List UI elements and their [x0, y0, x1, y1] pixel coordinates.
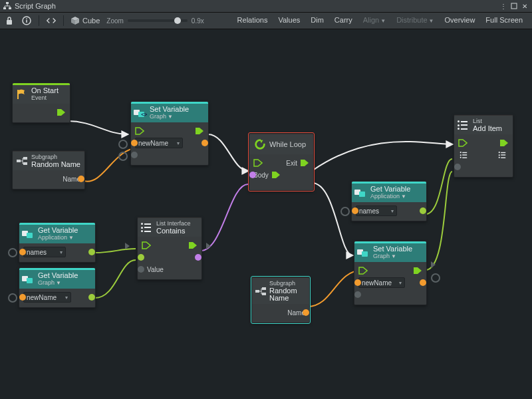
- input-port[interactable]: [352, 207, 358, 214]
- menu-relations[interactable]: Relations: [232, 12, 273, 29]
- flow-out-icon[interactable]: [195, 127, 204, 135]
- flow-in-icon[interactable]: [142, 241, 151, 249]
- list-port-icon[interactable]: [497, 150, 509, 160]
- svg-rect-6: [26, 20, 27, 23]
- window-menu-icon[interactable]: ⋮: [499, 2, 508, 10]
- zoom-label: Zoom: [106, 17, 124, 25]
- menu-overview[interactable]: Overview: [440, 12, 481, 29]
- output-port[interactable]: [88, 294, 95, 301]
- node-header: While Loop: [249, 134, 313, 154]
- menu-carry[interactable]: Carry: [329, 12, 358, 29]
- node-list-add-item[interactable]: ListAdd Item: [454, 114, 513, 178]
- input-port[interactable]: [131, 152, 138, 158]
- embed-icon[interactable]: [46, 15, 57, 26]
- target-selector[interactable]: Cube: [70, 16, 100, 25]
- flow-out-icon[interactable]: [499, 139, 509, 147]
- svg-rect-19: [262, 287, 266, 290]
- graph-canvas[interactable]: On StartEvent SubgraphRandom Name Name <…: [0, 29, 532, 399]
- svg-rect-18: [255, 290, 259, 293]
- menu-distribute[interactable]: Distribute▼: [391, 12, 439, 29]
- condition-port[interactable]: [249, 172, 256, 178]
- external-port[interactable]: [431, 273, 440, 283]
- variable-icon: <>: [134, 107, 147, 119]
- output-port[interactable]: [88, 249, 95, 255]
- scope-label: Application: [370, 193, 400, 200]
- info-icon[interactable]: [21, 15, 32, 26]
- flow-in-icon[interactable]: [358, 267, 368, 275]
- output-port[interactable]: [78, 176, 84, 182]
- node-set-variable-1[interactable]: <> Set Variable Graph▼ newName▾: [130, 101, 209, 166]
- reroute-port[interactable]: [118, 140, 128, 149]
- variable-name-field[interactable]: newName▾: [23, 292, 71, 303]
- variable-name-field[interactable]: newName▾: [358, 277, 405, 288]
- node-get-variable-graph[interactable]: Get Variable Graph▼ newName▾: [19, 267, 96, 308]
- svg-rect-17: [27, 278, 33, 283]
- flow-in-icon[interactable]: [458, 139, 467, 147]
- input-port[interactable]: [354, 279, 361, 286]
- variable-name-field[interactable]: names▾: [23, 247, 66, 257]
- node-header: <> Set Variable Graph▼: [131, 102, 208, 122]
- output-port[interactable]: [420, 279, 426, 286]
- node-while-loop[interactable]: While Loop Exit Body: [249, 133, 314, 191]
- output-port[interactable]: [201, 140, 208, 146]
- node-set-variable-2[interactable]: Set Variable Graph▼ newName▾: [354, 241, 427, 305]
- external-flow-port[interactable]: [125, 243, 130, 249]
- input-port[interactable]: [354, 291, 361, 298]
- flow-out-icon[interactable]: [57, 108, 66, 116]
- node-title: Random Name: [31, 161, 80, 168]
- svg-rect-10: [23, 162, 27, 165]
- output-port[interactable]: [195, 254, 201, 261]
- variable-icon: [357, 247, 370, 259]
- node-title: Add Item: [473, 125, 502, 132]
- input-port[interactable]: [454, 164, 461, 170]
- menu-fullscreen[interactable]: Full Screen: [480, 12, 528, 29]
- input-port[interactable]: [19, 249, 26, 255]
- subgraph-icon: [255, 285, 267, 297]
- flag-icon: [15, 88, 29, 100]
- external-flow-port[interactable]: [206, 243, 211, 249]
- toolbar-separator: [39, 15, 39, 26]
- cube-icon: [70, 16, 80, 25]
- node-subtitle: Event: [31, 94, 59, 102]
- external-port[interactable]: [8, 248, 17, 257]
- input-port[interactable]: [19, 294, 26, 301]
- flow-in-icon[interactable]: [135, 127, 144, 135]
- node-list-contains[interactable]: List InterfaceContains Value: [137, 217, 202, 280]
- menu-align[interactable]: Align▼: [358, 12, 391, 29]
- window-close-icon[interactable]: ✕: [520, 2, 529, 10]
- lock-icon[interactable]: [4, 15, 15, 26]
- input-port[interactable]: [138, 266, 144, 273]
- scope-label: Graph: [150, 113, 166, 120]
- svg-rect-3: [511, 3, 517, 9]
- node-get-variable-app-2[interactable]: Get Variable Application▼ names▾: [351, 181, 427, 221]
- zoom-slider[interactable]: [128, 19, 188, 22]
- window-maximize-icon[interactable]: [509, 2, 519, 10]
- node-on-start[interactable]: On StartEvent: [12, 82, 70, 123]
- external-flow-port[interactable]: [431, 261, 436, 268]
- svg-rect-8: [17, 160, 21, 162]
- menu-dim[interactable]: Dim: [305, 12, 329, 29]
- list-port-icon[interactable]: [458, 150, 470, 160]
- zoom-thumb[interactable]: [174, 17, 181, 24]
- external-port[interactable]: [340, 207, 350, 216]
- node-subgraph-random-name-1[interactable]: SubgraphRandom Name Name: [12, 150, 85, 190]
- flow-out-icon[interactable]: [188, 241, 198, 249]
- variable-name-field[interactable]: newName▾: [135, 138, 183, 148]
- graph-edges: [0, 29, 532, 399]
- output-port[interactable]: [303, 309, 309, 316]
- node-get-variable-app-1[interactable]: Get Variable Application▼ names▾: [19, 222, 96, 263]
- menu-values[interactable]: Values: [273, 12, 305, 29]
- flow-out-icon[interactable]: [413, 267, 422, 275]
- node-header: List InterfaceContains: [138, 217, 201, 237]
- input-port[interactable]: [131, 140, 138, 146]
- flow-out-icon[interactable]: [271, 171, 281, 179]
- flow-in-icon[interactable]: [253, 159, 263, 167]
- external-port[interactable]: [8, 293, 17, 303]
- output-port[interactable]: [420, 207, 426, 214]
- input-port[interactable]: [138, 254, 144, 261]
- node-subgraph-random-name-2[interactable]: SubgraphRandom Name Name: [251, 277, 310, 323]
- variable-name-field[interactable]: names▾: [356, 205, 397, 216]
- toolbar-right-menu: Relations Values Dim Carry Align▼ Distri…: [232, 12, 528, 29]
- flow-out-icon[interactable]: [300, 159, 309, 167]
- reroute-port[interactable]: [118, 152, 128, 161]
